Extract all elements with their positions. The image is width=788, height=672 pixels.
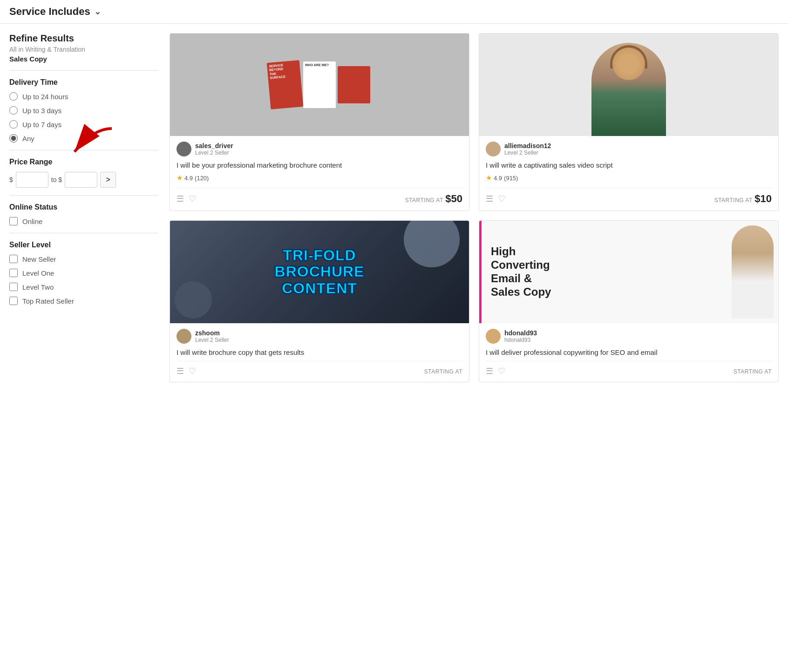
delivery-option-24h[interactable]: Up to 24 hours (9, 92, 158, 101)
card-1-title: I will be your professional marketing br… (177, 160, 462, 170)
price-range-filter: Price Range $ to $ > (9, 158, 158, 188)
card-2-seller-name: alliemadison12 (504, 142, 551, 149)
new-seller-checkbox[interactable] (9, 255, 18, 263)
seller-level-filter: Seller Level New Seller Level One Level … (9, 241, 158, 305)
price-to-input[interactable] (65, 172, 97, 188)
card-4-seller: hdonald93 hdonald93 (486, 329, 772, 344)
seller-level-top[interactable]: Top Rated Seller (9, 297, 158, 305)
card-4-footer: ☰ ♡ STARTING AT (486, 361, 772, 376)
card-2-seller-info: alliemadison12 Level 2 Seller (504, 142, 551, 156)
service-includes-header[interactable]: Service Includes ⌄ (0, 0, 788, 24)
card-2-price: $10 (754, 193, 772, 204)
card-2-avatar (486, 142, 501, 156)
menu-icon-2[interactable]: ☰ (486, 194, 493, 204)
divider-4 (9, 233, 158, 233)
card-4-seller-level: hdonald93 (504, 337, 537, 343)
price-range-inputs: $ to $ > (9, 172, 158, 188)
card-2-image (479, 34, 778, 136)
card-1-footer: ☰ ♡ STARTING AT $50 (177, 188, 462, 205)
card-2-starting-at: STARTING AT (714, 197, 753, 204)
card-1-image: SERVICEBEYONDTHESURFACE WHO ARE WE? (170, 34, 469, 136)
heart-icon-3[interactable]: ♡ (189, 366, 196, 376)
portrait-head (612, 48, 645, 80)
card-1-price: $50 (445, 193, 462, 204)
seller-level-new[interactable]: New Seller (9, 255, 158, 263)
level-one-checkbox[interactable] (9, 269, 18, 277)
card-4-seller-info: hdonald93 hdonald93 (504, 329, 537, 343)
seller-level-two[interactable]: Level Two (9, 283, 158, 291)
card-2-reviews: (915) (504, 175, 518, 182)
card-4-image: HighConvertingEmail &Sales Copy (479, 221, 778, 323)
card-2-title: I will write a captivating sales video s… (486, 160, 772, 170)
card-2[interactable]: alliemadison12 Level 2 Seller I will wri… (479, 33, 779, 211)
card-1[interactable]: SERVICEBEYONDTHESURFACE WHO ARE WE? sale… (170, 33, 469, 211)
delivery-radio-any[interactable] (9, 134, 18, 143)
card-1-reviews: (120) (195, 175, 209, 182)
online-status-options: Online (9, 217, 158, 225)
menu-icon[interactable]: ☰ (177, 194, 184, 204)
delivery-radio-3d[interactable] (9, 106, 18, 115)
card-3-seller: zshoom Level 2 Seller (177, 329, 462, 344)
online-status-title: Online Status (9, 203, 158, 211)
seller-level-title: Seller Level (9, 241, 158, 249)
card-4-avatar (486, 329, 501, 344)
price-from-label: $ (9, 176, 13, 183)
menu-icon-4[interactable]: ☰ (486, 366, 493, 376)
card-4-title: I will deliver professional copywriting … (486, 347, 772, 357)
card-3-seller-level: Level 2 Seller (195, 337, 229, 343)
card-2-seller-level: Level 2 Seller (504, 149, 551, 156)
card-2-seller: alliemadison12 Level 2 Seller (486, 142, 772, 156)
service-includes-title: Service Includes (9, 6, 90, 18)
card-1-rating-value: 4.9 (184, 175, 193, 182)
sidebar: Refine Results All in Writing & Translat… (9, 33, 158, 382)
card-2-body: alliemadison12 Level 2 Seller I will wri… (479, 136, 778, 210)
delivery-radio-7d[interactable] (9, 120, 18, 129)
card-2-actions: ☰ ♡ (486, 194, 505, 204)
card-3-seller-info: zshoom Level 2 Seller (195, 329, 229, 343)
card-4-seller-name: hdonald93 (504, 329, 537, 337)
card-4-body: hdonald93 hdonald93 I will deliver profe… (479, 323, 778, 382)
sidebar-category: Sales Copy (9, 55, 158, 63)
menu-icon-3[interactable]: ☰ (177, 366, 184, 376)
price-range-submit[interactable]: > (100, 172, 116, 188)
card-3-actions: ☰ ♡ (177, 366, 196, 376)
trifold-circle-2 (175, 281, 212, 319)
card-1-price-block: STARTING AT $50 (405, 193, 462, 205)
delivery-option-7d[interactable]: Up to 7 days (9, 120, 158, 129)
delivery-options: Up to 24 hours Up to 3 days Up to 7 days… (9, 92, 158, 143)
chevron-down-icon[interactable]: ⌄ (94, 7, 101, 17)
delivery-radio-24h[interactable] (9, 92, 18, 101)
card-4[interactable]: HighConvertingEmail &Sales Copy hdonald9… (479, 220, 779, 382)
card-1-seller-name: sales_driver (195, 142, 233, 149)
trifold-circle-1 (404, 221, 460, 267)
trifold-title: TRI-FOLDBROCHURECONTENT (275, 247, 365, 297)
card-3-footer: ☰ ♡ STARTING AT (177, 361, 462, 376)
heart-icon-2[interactable]: ♡ (498, 194, 505, 204)
delivery-option-3d[interactable]: Up to 3 days (9, 106, 158, 115)
sidebar-subtitle: All in Writing & Translation (9, 46, 158, 53)
card-1-starting-at: STARTING AT (405, 197, 443, 204)
top-rated-checkbox[interactable] (9, 297, 18, 305)
online-status-online[interactable]: Online (9, 217, 158, 225)
card-4-actions: ☰ ♡ (486, 366, 505, 376)
card-1-seller-level: Level 2 Seller (195, 149, 233, 156)
card-3-body: zshoom Level 2 Seller I will write broch… (170, 323, 469, 382)
card-1-body: sales_driver Level 2 Seller I will be yo… (170, 136, 469, 210)
heart-icon-4[interactable]: ♡ (498, 366, 505, 376)
delivery-filter: Delivery Time Up to 24 hours Up to 3 day… (9, 78, 158, 143)
price-from-input[interactable] (16, 172, 48, 188)
card-1-seller: sales_driver Level 2 Seller (177, 142, 462, 156)
level-two-checkbox[interactable] (9, 283, 18, 291)
star-icon-2: ★ (486, 174, 492, 182)
card-3[interactable]: TRI-FOLDBROCHURECONTENT zshoom Level 2 S… (170, 220, 469, 382)
online-checkbox[interactable] (9, 217, 18, 225)
card-1-seller-info: sales_driver Level 2 Seller (195, 142, 233, 156)
card-3-starting-at: STARTING AT (424, 368, 462, 375)
delivery-option-any[interactable]: Any (9, 134, 158, 143)
divider-1 (9, 70, 158, 71)
heart-icon[interactable]: ♡ (189, 194, 196, 204)
divider-3 (9, 195, 158, 196)
seller-level-one[interactable]: Level One (9, 269, 158, 277)
card-4-price-block: STARTING AT (734, 367, 772, 375)
card-2-rating: ★ 4.9 (915) (486, 174, 772, 182)
